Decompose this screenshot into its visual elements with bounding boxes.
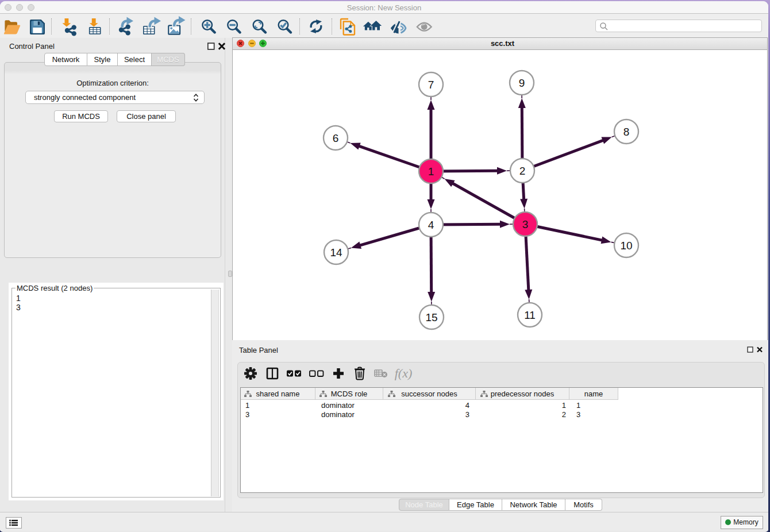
svg-text:1: 1 [428, 165, 434, 178]
svg-text:f(x): f(x) [395, 366, 413, 380]
svg-text:10: 10 [620, 240, 632, 252]
svg-text:11: 11 [524, 309, 536, 321]
svg-text:8: 8 [623, 126, 630, 138]
svg-text:2: 2 [519, 165, 526, 177]
svg-text:6: 6 [333, 132, 339, 144]
svg-text:9: 9 [519, 77, 525, 89]
svg-text:4: 4 [428, 219, 434, 231]
svg-text:7: 7 [428, 79, 434, 91]
svg-text:3: 3 [522, 218, 529, 230]
svg-text:14: 14 [330, 246, 342, 259]
svg-text:15: 15 [425, 311, 437, 323]
